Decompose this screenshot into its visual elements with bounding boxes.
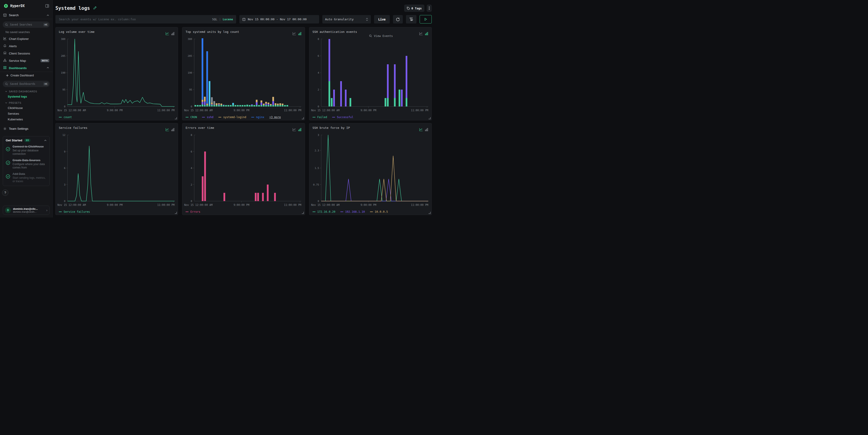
saved-dashboards-input[interactable]: ⌘K: [3, 81, 50, 87]
legend-item-nginx[interactable]: nginx: [251, 116, 264, 119]
legend-item-CRON[interactable]: CRON: [186, 116, 197, 119]
line-view-toggle-icon[interactable]: [165, 32, 169, 36]
sidebar-dashboard-systemd-logs[interactable]: Systemd logs: [0, 94, 53, 99]
legend-more-link[interactable]: +3 more: [269, 116, 281, 119]
saved-dashboards-header[interactable]: SAVED DASHBOARDS: [0, 88, 53, 94]
line-view-toggle-icon[interactable]: [292, 32, 296, 36]
legend-swatch: [312, 117, 315, 117]
chart-area[interactable]: 095190285380Nov 15 12:00:00 AM9:00:00 PM…: [184, 36, 303, 115]
sidebar-item-client-sessions[interactable]: Client Sessions: [0, 50, 53, 57]
chart-plot[interactable]: 00.751.52.33Nov 15 12:00:00 AM9:00:00 PM…: [311, 132, 430, 208]
legend-label: systemd-logind: [223, 116, 246, 119]
legend-item--3-more[interactable]: +3 more: [269, 116, 281, 119]
page-title: Systemd logs: [55, 5, 90, 11]
chart-area[interactable]: 02468Nov 15 12:00:00 AM9:00:00 PM11:00:0…: [311, 36, 430, 115]
bar-Errors: [257, 193, 259, 201]
collapse-sidebar-icon[interactable]: [45, 4, 49, 8]
sidebar-item-service-map[interactable]: Service MapBETA: [0, 57, 53, 64]
bar-CRON: [270, 105, 272, 106]
help-button[interactable]: ?: [2, 189, 8, 196]
bar-Errors: [224, 193, 225, 201]
sidebar-item-label: Service Map: [9, 59, 26, 62]
legend-item-172-16-0-20[interactable]: 172.16.0.20: [312, 210, 335, 213]
user-menu[interactable]: D dominic.tran@clic... dominic.tran@clic…: [3, 206, 50, 215]
date-range-picker[interactable]: Nov 15 00:00:00 - Nov 17 00:00:00: [239, 15, 319, 24]
sidebar-item-search[interactable]: Search: [0, 11, 53, 19]
bar-view-toggle-icon[interactable]: [298, 32, 302, 36]
chart-plot[interactable]: 036912Nov 15 12:00:00 AM9:00:00 PM11:00:…: [57, 132, 177, 208]
legend-label: Errors: [190, 210, 200, 213]
bar-CRON: [268, 105, 269, 106]
refresh-button[interactable]: [393, 15, 403, 24]
legend-item-sshd[interactable]: sshd: [202, 116, 213, 119]
event-search-box[interactable]: SQL | Lucene: [55, 15, 236, 24]
get-started-step[interactable]: Create Data SourcesConfigure where your …: [6, 159, 47, 169]
chart-area[interactable]: 02468Nov 15 12:00:00 AM9:00:00 PM11:00:0…: [184, 132, 303, 209]
bar-view-toggle-icon[interactable]: [171, 128, 175, 132]
bar-view-toggle-icon[interactable]: [298, 128, 302, 132]
legend-item-count[interactable]: count: [59, 116, 72, 119]
sql-toggle[interactable]: SQL: [212, 18, 217, 21]
legend-item-systemd-logind[interactable]: systemd-logind: [218, 116, 246, 119]
get-started-step[interactable]: Add DataStart sending logs, metrics, or …: [6, 173, 47, 183]
bar-view-toggle-icon[interactable]: [171, 32, 175, 36]
chart-area[interactable]: 095190285380Nov 15 12:00:00 AM9:00:00 PM…: [57, 36, 177, 115]
dashboard-more-button[interactable]: [427, 5, 432, 12]
chart-area[interactable]: 036912Nov 15 12:00:00 AM9:00:00 PM11:00:…: [57, 132, 177, 209]
bar-view-toggle-icon[interactable]: [425, 128, 428, 132]
sidebar-preset-services[interactable]: Services: [0, 111, 53, 117]
panel-resize-handle[interactable]: [175, 212, 177, 214]
step-description: Set up your database connection: [12, 149, 47, 156]
edit-title-icon[interactable]: [93, 6, 97, 10]
chevron-up-icon[interactable]: [44, 139, 47, 142]
svg-text:3: 3: [64, 183, 65, 186]
line-view-toggle-icon[interactable]: [292, 128, 296, 132]
chart-plot[interactable]: 02468Nov 15 12:00:00 AM9:00:00 PM11:00:0…: [311, 36, 430, 114]
sidebar-item-dashboards[interactable]: Dashboards: [0, 64, 53, 71]
lucene-toggle[interactable]: Lucene: [223, 18, 233, 21]
saved-searches-input[interactable]: ⌘K: [3, 22, 50, 28]
view-events-button[interactable]: View Events: [369, 34, 393, 38]
panel-resize-handle[interactable]: [302, 117, 304, 119]
sidebar-item-team-settings[interactable]: Team Settings: [0, 125, 53, 132]
panel-resize-handle[interactable]: [429, 117, 431, 119]
bar-view-toggle-icon[interactable]: [425, 32, 428, 36]
line-view-toggle-icon[interactable]: [165, 128, 169, 132]
sidebar-preset-clickhouse[interactable]: ClickHouse: [0, 105, 53, 111]
presets-header[interactable]: PRESETS: [0, 99, 53, 105]
chart-area[interactable]: 00.751.52.33Nov 15 12:00:00 AM9:00:00 PM…: [311, 132, 430, 209]
panel-resize-handle[interactable]: [175, 117, 177, 119]
plus-icon: [6, 74, 9, 77]
legend-item-10-0-0-5[interactable]: 10.0.0.5: [370, 210, 388, 213]
svg-text:Nov 15 12:00:00 AM: Nov 15 12:00:00 AM: [184, 204, 213, 207]
legend-item-Errors[interactable]: Errors: [186, 210, 200, 213]
panel-resize-handle[interactable]: [429, 212, 431, 214]
filter-button[interactable]: [406, 15, 416, 24]
tags-button[interactable]: 0 Tags: [404, 5, 425, 12]
live-button[interactable]: Live: [374, 15, 390, 24]
line-view-toggle-icon[interactable]: [419, 32, 423, 36]
sidebar-item-alerts[interactable]: Alerts: [0, 42, 53, 50]
legend-item-Service-failures[interactable]: Service failures: [59, 210, 90, 213]
svg-text:4: 4: [191, 167, 192, 169]
sidebar-preset-kubernetes[interactable]: Kubernetes: [0, 117, 53, 122]
chart-plot[interactable]: 095190285380Nov 15 12:00:00 AM9:00:00 PM…: [184, 36, 303, 114]
event-search-input[interactable]: [59, 17, 210, 21]
chart-plot[interactable]: 02468Nov 15 12:00:00 AM9:00:00 PM11:00:0…: [184, 132, 303, 208]
panel-resize-handle[interactable]: [302, 212, 304, 214]
bar-Errors: [202, 176, 204, 201]
chart-plot[interactable]: 095190285380Nov 15 12:00:00 AM9:00:00 PM…: [57, 36, 177, 114]
granularity-select[interactable]: Auto Granularity: [322, 15, 371, 24]
saved-searches-field[interactable]: [9, 23, 42, 26]
legend-item-Failed[interactable]: Failed: [312, 116, 327, 119]
get-started-step[interactable]: Connect to ClickHouseSet up your databas…: [6, 145, 47, 156]
bar-CRON: [286, 105, 288, 106]
create-dashboard-button[interactable]: Create Dashboard: [0, 72, 53, 79]
legend-item-192-168-1-10[interactable]: 192.168.1.10: [340, 210, 365, 213]
sidebar-item-chart-explorer[interactable]: Chart Explorer: [0, 35, 53, 42]
run-query-button[interactable]: [420, 15, 432, 24]
line-view-toggle-icon[interactable]: [419, 128, 423, 132]
legend-item-Successful[interactable]: Successful: [332, 116, 353, 119]
bar-CRON: [202, 104, 203, 106]
saved-dashboards-field[interactable]: [9, 82, 42, 86]
